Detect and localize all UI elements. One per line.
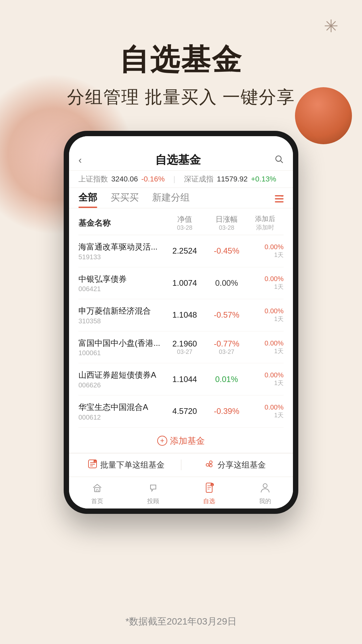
share-button[interactable]: 分享这组基金 — [188, 460, 284, 471]
fund-nav: 1.1048 — [163, 310, 206, 320]
phone-mockup: ‹ 自选基金 上证指数 3240.06 -0.16% | 深证成指 11579 — [64, 131, 298, 514]
back-button[interactable]: ‹ — [78, 154, 82, 166]
action-divider — [181, 460, 181, 470]
add-circle-icon: + — [157, 436, 167, 446]
fund-list: 基金名称 净值03-28 日涨幅03-28 添加后添加时 — [69, 209, 293, 428]
nav-item-advisor[interactable]: 投顾 — [125, 482, 181, 505]
status-bar — [69, 136, 293, 148]
fund-add: 0.00% 1天 — [247, 275, 284, 291]
col-name-header: 基金名称 — [78, 218, 163, 228]
svg-rect-4 — [275, 201, 284, 203]
fund-change: -0.39% — [206, 407, 247, 416]
fund-add: 0.00% 1天 — [247, 371, 284, 387]
tab-all[interactable]: 全部 — [78, 191, 97, 208]
batch-order-icon: + — [88, 460, 97, 471]
fund-change: -0.77% 03-27 — [206, 339, 247, 356]
page-header: 自选基金 分组管理 批量买入 一键分享 — [0, 0, 362, 109]
fund-info: 山西证券超短债债券A 006626 — [78, 369, 163, 389]
fund-nav: 2.2524 — [163, 246, 206, 256]
col-nav-header: 净值03-28 — [163, 214, 206, 231]
mine-icon — [259, 482, 271, 496]
svg-point-5 — [281, 195, 284, 197]
list-header: 基金名称 净值03-28 日涨幅03-28 添加后添加时 — [78, 209, 284, 235]
fund-info: 海富通改革驱动灵活... 519133 — [78, 241, 163, 261]
col-change-header: 日涨幅03-28 — [206, 214, 247, 231]
phone-frame: ‹ 自选基金 上证指数 3240.06 -0.16% | 深证成指 11579 — [64, 131, 298, 514]
batch-order-label: 批量下单这组基金 — [100, 460, 165, 470]
page-subtitle: 分组管理 批量买入 一键分享 — [0, 86, 362, 109]
fund-code: 519133 — [78, 253, 163, 261]
footer-text: *数据截至2021年03月29日 — [0, 615, 362, 628]
share-label: 分享这组基金 — [218, 460, 266, 470]
market1-value: 3240.06 — [111, 175, 138, 183]
fund-row[interactable]: 华宝生态中国混合A 000612 4.5720 -0.39% 0.00% 1天 — [78, 395, 284, 428]
fund-row[interactable]: 富国中国中小盘(香港... 100061 2.1960 03-27 -0.77%… — [78, 331, 284, 364]
add-fund-button[interactable]: + 添加基金 — [69, 428, 293, 453]
nav-item-watchlist[interactable]: + 自选 — [181, 482, 237, 505]
market2-value: 11579.92 — [217, 175, 248, 183]
market2-label: 深证成指 — [184, 174, 214, 184]
svg-rect-3 — [275, 198, 284, 200]
fund-row[interactable]: 山西证券超短债债券A 006626 1.1044 0.01% 0.00% 1天 — [78, 363, 284, 395]
fund-code: 006626 — [78, 381, 163, 389]
fund-nav: 2.1960 03-27 — [163, 339, 206, 356]
app-content: ‹ 自选基金 上证指数 3240.06 -0.16% | 深证成指 11579 — [69, 136, 293, 508]
fund-nav: 1.1044 — [163, 375, 206, 384]
nav-label-home: 首页 — [91, 497, 103, 505]
tab-menu-icon[interactable] — [275, 195, 284, 205]
fund-add: 0.00% 1天 — [247, 339, 284, 355]
fund-row[interactable]: 中银弘享债券 006421 1.0074 0.00% 0.00% 1天 — [78, 267, 284, 300]
page-title: 自选基金 — [0, 44, 362, 76]
watchlist-icon: + — [203, 482, 215, 496]
market-bar: 上证指数 3240.06 -0.16% | 深证成指 11579.92 +0.1… — [69, 171, 293, 188]
market1-label: 上证指数 — [78, 174, 108, 184]
svg-text:+: + — [95, 460, 96, 463]
phone-screen: ‹ 自选基金 上证指数 3240.06 -0.16% | 深证成指 11579 — [69, 136, 293, 508]
fund-info: 富国中国中小盘(香港... 100061 — [78, 337, 163, 357]
app-navbar: ‹ 自选基金 — [69, 148, 293, 171]
fund-code: 310358 — [78, 317, 163, 325]
fund-row[interactable]: 申万菱信新经济混合 310358 1.1048 -0.57% 0.00% 1天 — [78, 299, 284, 331]
fund-row[interactable]: 海富通改革驱动灵活... 519133 2.2524 -0.45% 0.00% … — [78, 235, 284, 267]
fund-name: 山西证券超短债债券A — [78, 369, 163, 381]
fund-change: 0.01% — [206, 375, 247, 384]
fund-name: 申万菱信新经济混合 — [78, 305, 163, 317]
fund-change: 0.00% — [206, 278, 247, 288]
svg-line-1 — [281, 161, 283, 163]
advisor-icon — [147, 482, 159, 496]
market1-change: -0.16% — [141, 175, 165, 183]
svg-text:+: + — [211, 483, 213, 486]
bottom-nav: 首页 投顾 — [69, 477, 293, 508]
tab-new-group[interactable]: 新建分组 — [152, 191, 190, 208]
fund-name: 华宝生态中国混合A — [78, 401, 163, 413]
fund-name: 中银弘享债券 — [78, 273, 163, 285]
market2-change: +0.13% — [251, 175, 276, 183]
fund-code: 006421 — [78, 285, 163, 293]
fund-info: 华宝生态中国混合A 000612 — [78, 401, 163, 421]
footer-label: *数据截至2021年03月29日 — [125, 616, 236, 627]
share-icon — [205, 460, 214, 471]
tabs-bar: 全部 买买买 新建分组 — [69, 188, 293, 208]
tab-buy[interactable]: 买买买 — [111, 191, 139, 208]
search-button[interactable] — [274, 154, 284, 166]
action-bar: + 批量下单这组基金 — [69, 453, 293, 477]
fund-add: 0.00% 1天 — [247, 307, 284, 323]
col-add-header: 添加后添加时 — [247, 214, 284, 231]
fund-info: 中银弘享债券 006421 — [78, 273, 163, 293]
nav-label-mine: 我的 — [259, 497, 271, 505]
fund-nav: 1.0074 — [163, 278, 206, 288]
nav-item-mine[interactable]: 我的 — [237, 482, 293, 505]
batch-order-button[interactable]: + 批量下单这组基金 — [78, 460, 174, 471]
fund-code: 100061 — [78, 349, 163, 357]
svg-point-0 — [276, 156, 281, 161]
fund-name: 富国中国中小盘(香港... — [78, 337, 163, 349]
add-fund-label: 添加基金 — [170, 435, 205, 447]
nav-label-advisor: 投顾 — [147, 497, 159, 505]
fund-change: -0.57% — [206, 310, 247, 320]
app-title: 自选基金 — [155, 152, 201, 168]
fund-name: 海富通改革驱动灵活... — [78, 241, 163, 253]
fund-change: -0.45% — [206, 246, 247, 256]
fund-add: 0.00% 1天 — [247, 243, 284, 259]
home-icon — [91, 482, 103, 496]
nav-item-home[interactable]: 首页 — [69, 482, 125, 505]
